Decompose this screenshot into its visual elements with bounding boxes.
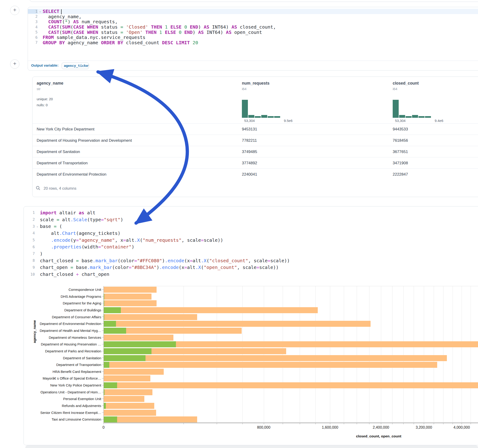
x-axis-tick (414, 423, 414, 424)
y-axis-tick (102, 358, 104, 358)
code-text: chart_open = base.mark_bar(color="#8BC34… (40, 265, 279, 270)
bar-closed-count (104, 382, 478, 388)
x-axis-tick (183, 423, 184, 424)
chart-gridline (403, 286, 403, 423)
chart-gridline (392, 286, 392, 423)
code-line: 5 .encode(y="agency_name", x=alt.X("num_… (24, 237, 478, 244)
bar-closed-count (104, 355, 447, 361)
table-cell: 3749485 (242, 149, 257, 154)
y-axis-label: Department of Sanitation (24, 356, 101, 360)
bar-closed-count (104, 389, 152, 395)
output-variable-row: Output variable: agency_tickets (28, 61, 478, 70)
code-line: 9chart_open = base.mark_bar(color="#8BC3… (24, 264, 478, 271)
x-axis-tick (217, 423, 217, 424)
collapse-chevron-icon[interactable]: ⌄ (35, 225, 40, 228)
code-line: 2scale = alt.Scale(type="sqrt") (24, 216, 478, 223)
search-icon[interactable] (36, 186, 40, 190)
code-text: FROM sample_data.nyc.service_requests (43, 35, 145, 40)
bar-open-count (104, 341, 176, 347)
result-table-card: agency_namestrunique: 20nulls: 0num_requ… (32, 76, 478, 197)
code-text: CAST(SUM(CASE WHEN status = 'Closed' THE… (43, 24, 276, 30)
bar-closed-count (104, 410, 156, 416)
bar-closed-count (104, 314, 197, 320)
output-variable-pill[interactable]: agency_tickets (62, 62, 89, 69)
y-axis-tick (102, 344, 104, 344)
line-number: 1 (28, 9, 38, 14)
y-axis-label: Department of Transportation (24, 363, 101, 367)
table-row: Department of Sanitation37494853677651 (32, 146, 478, 157)
bar-open-count (104, 362, 109, 368)
chart-gridline (414, 286, 414, 423)
code-line: 8chart_closed = base.mark_bar(color="#FF… (24, 257, 478, 264)
sql-code-editor[interactable]: 1⌄SELECT2 agency_name,3 COUNT(*) AS num_… (28, 9, 478, 45)
chart-gridline (357, 286, 357, 423)
y-axis-label: Department for the Aging (24, 301, 101, 305)
x-axis-tick (434, 423, 434, 424)
column-type: i64 (242, 87, 246, 91)
chart-gridline (369, 286, 369, 423)
x-axis-tick (344, 423, 344, 424)
x-axis-tick (471, 423, 471, 424)
add-cell-button-middle[interactable]: + (10, 59, 19, 69)
histogram-bar (268, 116, 274, 118)
y-axis-label: Department of Consumer Affairs (24, 315, 101, 319)
line-number: 5 (24, 238, 35, 242)
histogram-max-label: 9.4e6 (435, 119, 443, 123)
chart-gridline (183, 286, 184, 423)
x-axis-tick (462, 423, 462, 424)
x-axis-tick (283, 423, 283, 424)
bar-open-count (104, 328, 126, 334)
code-line: 1⌄SELECT (28, 9, 478, 14)
bar-closed-count (104, 396, 144, 402)
bar-closed-count (104, 321, 371, 327)
table-row: New York City Police Department945313194… (32, 123, 478, 135)
histogram-bar (399, 115, 405, 118)
code-text: SELECT (43, 8, 62, 14)
x-axis-tick (104, 423, 104, 424)
bar-closed-count (104, 335, 173, 341)
line-number: 10 (24, 272, 35, 277)
column-type: str (37, 87, 41, 91)
code-text: base = ( (40, 224, 62, 229)
x-axis-tick-label: 4,000,000 (453, 425, 470, 429)
code-text: CAST(SUM(CASE WHEN status = 'Open' THEN … (43, 30, 262, 35)
table-row-count: 20 rows, 4 columns (44, 186, 76, 191)
table-footer: 20 rows, 4 columns (32, 180, 478, 196)
code-line: 6FROM sample_data.nyc.service_requests (28, 35, 478, 40)
line-number: 3 (28, 20, 38, 24)
add-cell-button-top[interactable]: + (10, 6, 19, 15)
x-axis-tick-label: 3,200,000 (416, 425, 432, 429)
histogram-min-label: 53,304 (244, 119, 255, 123)
y-axis-tick (102, 419, 104, 419)
chart-gridline (217, 286, 217, 423)
column-histogram (242, 100, 280, 118)
column-type: i64 (393, 87, 397, 91)
y-axis-label: New York City Police Department (24, 383, 101, 387)
x-axis-tick-label: 800,000 (257, 425, 270, 429)
bar-closed-count (104, 417, 197, 423)
chart-gridline (381, 286, 381, 423)
y-axis-label: Senior Citizen Rent Increase Exempti… (24, 411, 101, 415)
x-axis-tick (315, 423, 316, 424)
bar-closed-count (104, 403, 154, 409)
y-axis-label: Refunds and Adjustments (24, 404, 101, 408)
table-row: Department of Transportation377489234719… (32, 157, 478, 169)
code-text: import altair as alt (40, 210, 95, 216)
chart-gridline (424, 286, 424, 423)
line-number: 9 (24, 265, 35, 270)
bar-closed-count (104, 307, 318, 313)
code-line: 4 CAST(SUM(CASE WHEN status = 'Closed' T… (28, 25, 478, 30)
bar-closed-count (104, 287, 157, 293)
y-axis-tick (102, 392, 104, 392)
x-axis-tick-label: 2,400,000 (373, 425, 389, 429)
x-axis-tick (424, 423, 424, 424)
collapse-chevron-icon[interactable]: ⌄ (38, 10, 43, 13)
column-header-agency_name: agency_name (37, 81, 63, 86)
x-axis-tick (443, 423, 443, 424)
x-axis-tick (369, 423, 369, 424)
y-axis-tick (102, 296, 104, 296)
chart-gridline (434, 286, 434, 423)
x-axis-tick-label: 0 (103, 425, 105, 429)
python-code-editor[interactable]: 1import altair as alt2scale = alt.Scale(… (24, 209, 478, 278)
y-axis-tick (102, 330, 104, 331)
